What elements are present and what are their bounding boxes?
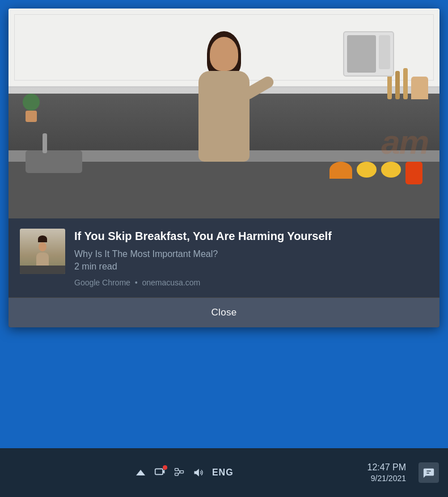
notification-center-button[interactable] <box>419 462 439 483</box>
hero-image: am <box>9 9 439 218</box>
pepper-bottle <box>405 162 422 184</box>
date-display: 9/21/2021 <box>367 473 406 483</box>
source-domain: onemacusa.com <box>142 278 201 287</box>
lemon-1 <box>357 162 377 178</box>
microwave <box>343 31 394 77</box>
separator-dot: • <box>135 278 138 287</box>
article-thumbnail <box>20 229 65 274</box>
svg-marker-8 <box>194 469 198 476</box>
notification-card: am <box>9 9 439 327</box>
system-tray-expand[interactable] <box>135 467 146 478</box>
network-icon-svg <box>174 467 185 478</box>
article-source: Google Chrome • onemacusa.com <box>74 278 428 287</box>
svg-line-6 <box>178 470 180 472</box>
watermark: am <box>381 123 428 162</box>
taskbar: ENG 12:47 PM 9/21/2021 <box>0 448 448 497</box>
svg-rect-3 <box>175 469 178 471</box>
time-display: 12:47 PM <box>367 462 406 474</box>
volume-icon-svg <box>193 467 204 478</box>
plant <box>20 94 43 122</box>
orange <box>329 162 352 179</box>
article-title: If You Skip Breakfast, You Are Harming Y… <box>74 229 428 243</box>
source-app: Google Chrome <box>74 278 130 287</box>
notification-body: If You Skip Breakfast, You Are Harming Y… <box>9 218 439 287</box>
article-subtitle: Why Is It The Most Important Meal? 2 min… <box>74 248 428 273</box>
desktop: am <box>0 0 448 448</box>
volume-icon[interactable] <box>193 467 204 478</box>
svg-rect-5 <box>180 471 184 473</box>
food-items <box>329 162 422 184</box>
svg-line-7 <box>178 472 180 474</box>
close-button[interactable]: Close <box>9 298 439 327</box>
lemon-2 <box>381 162 401 178</box>
notification-text: If You Skip Breakfast, You Are Harming Y… <box>74 229 428 287</box>
svg-rect-4 <box>175 473 178 475</box>
subtitle-text: Why Is It The Most Important Meal? <box>74 249 218 259</box>
taskbar-system-tray: ENG <box>9 467 360 478</box>
person-figure <box>190 37 258 173</box>
svg-rect-1 <box>155 469 163 474</box>
recording-indicator <box>163 465 167 470</box>
chevron-up-icon <box>135 467 146 478</box>
network-icon[interactable] <box>174 467 185 478</box>
chat-bubble-icon <box>422 466 435 479</box>
screen-record-icon-container[interactable] <box>154 467 166 478</box>
thumbnail-image <box>20 229 65 274</box>
language-indicator[interactable]: ENG <box>212 467 234 478</box>
taskbar-clock[interactable]: 12:47 PM 9/21/2021 <box>367 462 406 484</box>
sink <box>26 150 82 173</box>
svg-marker-0 <box>136 470 145 475</box>
read-time: 2 min read <box>74 262 117 271</box>
